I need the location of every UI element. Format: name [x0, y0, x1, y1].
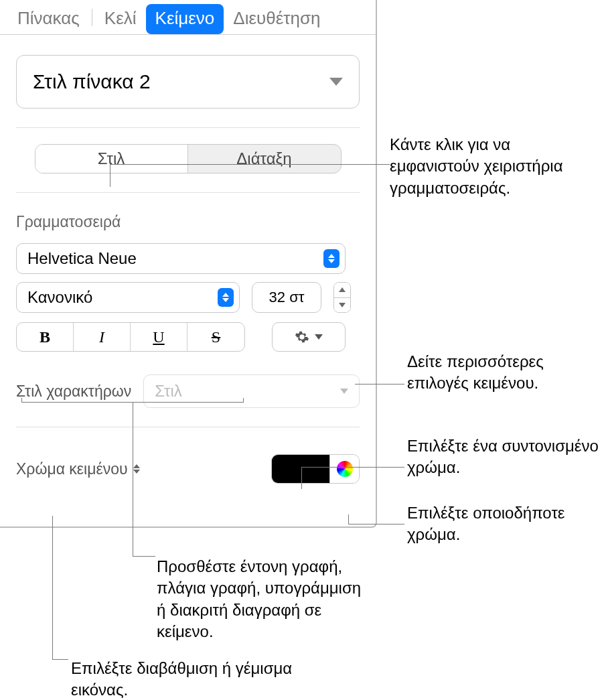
font-size-stepper	[333, 282, 351, 313]
callout-line	[301, 467, 302, 489]
callout-line	[348, 524, 404, 524]
callout-line	[133, 556, 155, 557]
segment-style[interactable]: Στιλ	[35, 145, 188, 173]
character-style-value: Στιλ	[155, 382, 182, 401]
updown-arrows-icon	[133, 464, 140, 474]
chevron-down-icon	[339, 303, 346, 307]
tab-text[interactable]: Κείμενο	[146, 4, 224, 34]
tab-divider	[92, 9, 92, 26]
callout-line	[355, 384, 404, 384]
text-color-controls	[271, 454, 360, 484]
tab-table[interactable]: Πίνακας	[8, 4, 89, 34]
font-section-label: Γραμματοσειρά	[16, 213, 360, 231]
font-size-field[interactable]: 32 στ	[252, 282, 321, 313]
character-style-label: Στιλ χαρακτήρων	[16, 382, 131, 401]
callout-line	[348, 514, 349, 524]
font-family-popup[interactable]: Helvetica Neue	[16, 243, 346, 274]
text-color-popup[interactable]: Χρώμα κειμένου	[16, 460, 140, 478]
callout-line	[301, 467, 404, 468]
popup-arrows-icon	[323, 249, 339, 268]
callout-coordinated-color: Επιλέξτε ένα συντονισμένο χρώμα.	[407, 435, 601, 479]
callout-line	[52, 659, 68, 660]
text-color-label: Χρώμα κειμένου	[16, 460, 128, 478]
chevron-down-icon	[315, 334, 323, 340]
callout-gradient-fill: Επιλέξτε διαβάθμιση ή γέμισμα εικόνας.	[71, 658, 299, 700]
callout-line	[133, 410, 133, 556]
panel-tabstrip: Πίνακας Κελί Κείμενο Διευθέτηση	[0, 0, 376, 35]
callout-line	[52, 516, 53, 659]
divider	[16, 127, 360, 128]
segment-layout[interactable]: Διάταξη	[188, 145, 341, 173]
chevron-down-icon	[340, 389, 348, 394]
text-color-swatch[interactable]	[272, 455, 329, 483]
paragraph-style-popup[interactable]: Στιλ πίνακα 2	[16, 55, 360, 109]
advanced-text-options-button[interactable]	[272, 322, 346, 352]
strikethrough-button[interactable]: S	[187, 323, 244, 351]
callout-bius: Προσθέστε έντονη γραφή, πλάγια γραφή, υπ…	[157, 556, 371, 643]
tab-arrange[interactable]: Διευθέτηση	[224, 4, 329, 34]
underline-button[interactable]: U	[131, 323, 187, 351]
gear-icon	[295, 330, 309, 344]
chevron-up-icon	[339, 287, 346, 292]
popup-arrows-icon	[218, 288, 234, 307]
callout-more-options: Δείτε περισσότερες επιλογές κειμένου.	[407, 351, 601, 395]
style-layout-segmented: Στιλ Διάταξη	[35, 144, 342, 173]
divider	[16, 192, 360, 193]
divider	[16, 427, 360, 427]
callout-line	[110, 164, 110, 187]
callout-font-controls: Κάντε κλικ για να εμφανιστούν χειριστήρι…	[390, 134, 591, 199]
bold-button[interactable]: B	[17, 323, 74, 351]
paragraph-style-label: Στιλ πίνακα 2	[33, 70, 151, 93]
text-style-group: B I U S	[16, 322, 245, 352]
font-weight-popup[interactable]: Κανονικό	[16, 282, 240, 313]
font-family-value: Helvetica Neue	[27, 249, 137, 268]
chevron-down-icon	[329, 78, 343, 86]
font-size-step-up[interactable]	[334, 283, 350, 298]
tab-cell[interactable]: Κελί	[95, 4, 146, 34]
italic-button[interactable]: I	[74, 323, 131, 351]
font-size-step-down[interactable]	[334, 298, 350, 313]
font-weight-value: Κανονικό	[27, 288, 92, 307]
callout-any-color: Επιλέξτε οποιοδήποτε χρώμα.	[407, 502, 601, 546]
callout-line	[110, 164, 390, 165]
color-wheel-button[interactable]	[329, 455, 359, 483]
format-panel: Πίνακας Κελί Κείμενο Διευθέτηση Στιλ πίν…	[0, 0, 377, 528]
color-wheel-icon	[337, 461, 353, 477]
